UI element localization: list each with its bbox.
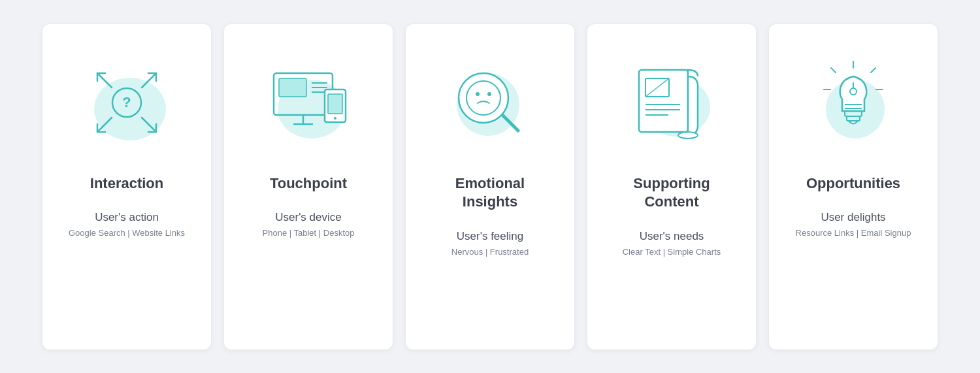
svg-point-17: [334, 117, 336, 120]
svg-line-1: [97, 73, 112, 88]
card-detail-touchpoint: Phone | Tablet | Desktop: [263, 228, 355, 238]
card-subtitle-touchpoint: User's device: [275, 211, 342, 224]
svg-line-34: [871, 68, 875, 73]
card-detail-opportunities: Resource Links | Email Signup: [796, 228, 911, 238]
svg-rect-16: [328, 94, 342, 114]
card-subtitle-supporting: User's needs: [640, 230, 704, 243]
card-subtitle-interaction: User's action: [95, 211, 159, 224]
card-opportunities: Opportunities User delights Resource Lin…: [768, 24, 938, 350]
card-interaction: ? Interaction User's action Google Searc…: [42, 24, 212, 350]
svg-point-22: [487, 92, 491, 96]
card-supporting-content: Supporting Content User's needs Clear Te…: [587, 24, 757, 350]
card-title-interaction: Interaction: [90, 174, 163, 193]
card-touchpoint: Touchpoint User's device Phone | Tablet …: [223, 24, 393, 350]
cards-container: ? Interaction User's action Google Searc…: [0, 4, 980, 370]
svg-rect-9: [279, 78, 306, 97]
icon-area-interaction: ?: [74, 50, 179, 155]
icon-area-opportunities: [801, 50, 906, 155]
svg-point-31: [678, 132, 698, 138]
icon-area-supporting: [619, 50, 724, 155]
card-detail-emotional: Nervous | Frustrated: [451, 247, 529, 257]
card-detail-interaction: Google Search | Website Links: [69, 228, 185, 238]
svg-point-21: [476, 92, 480, 96]
card-title-touchpoint: Touchpoint: [270, 174, 347, 193]
icon-area-emotional: [438, 50, 542, 155]
card-title-supporting: Supporting Content: [633, 174, 710, 212]
card-title-emotional: Emotional Insights: [455, 174, 525, 212]
svg-line-36: [831, 68, 836, 73]
card-subtitle-emotional: User's feeling: [457, 230, 523, 243]
icon-area-touchpoint: [256, 50, 361, 155]
card-detail-supporting: Clear Text | Simple Charts: [623, 247, 721, 257]
card-subtitle-opportunities: User delights: [821, 211, 885, 224]
card-emotional-insights: Emotional Insights User's feeling Nervou…: [405, 24, 575, 350]
card-title-opportunities: Opportunities: [806, 174, 900, 193]
svg-text:?: ?: [122, 94, 131, 110]
